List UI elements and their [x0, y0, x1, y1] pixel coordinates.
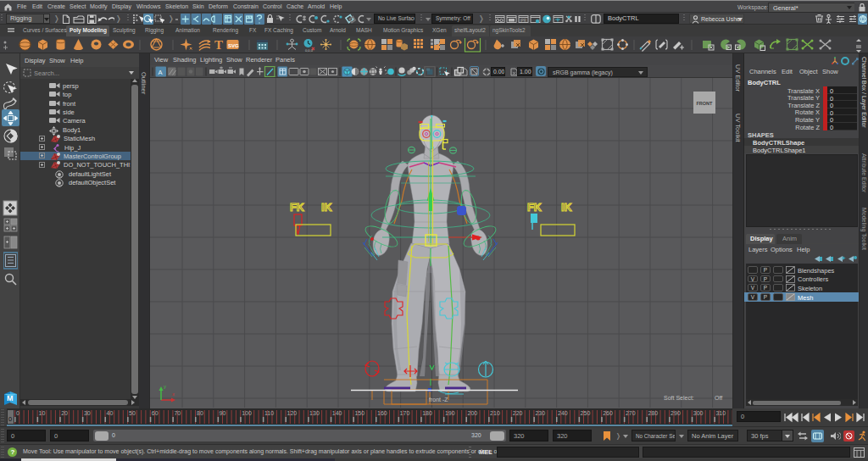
svg-text:300: 300	[693, 410, 704, 416]
svg-text:IK: IK	[321, 202, 332, 214]
svg-text:80: 80	[197, 410, 203, 416]
svg-text:180: 180	[422, 410, 432, 416]
svg-text:10: 10	[39, 410, 46, 416]
svg-text:310: 310	[715, 410, 726, 416]
svg-text:Off: Off	[715, 395, 722, 401]
svg-text:120: 120	[287, 410, 298, 416]
svg-text:290: 290	[670, 410, 681, 416]
svg-text:260: 260	[603, 410, 613, 416]
svg-text:50: 50	[129, 410, 136, 416]
svg-text:160: 160	[377, 410, 387, 416]
svg-text:IPR: IPR	[520, 19, 527, 23]
svg-text:220: 220	[513, 410, 523, 416]
svg-text:SVG: SVG	[228, 43, 239, 48]
svg-text:T: T	[214, 38, 223, 52]
svg-text:70: 70	[174, 410, 181, 416]
svg-text:240: 240	[558, 410, 568, 416]
svg-text:130: 130	[309, 410, 320, 416]
svg-text:y: y	[164, 384, 166, 389]
svg-text:280: 280	[648, 410, 659, 416]
svg-text:170: 170	[400, 410, 410, 416]
svg-text:M: M	[7, 394, 14, 403]
svg-text:150: 150	[354, 410, 364, 416]
svg-text:0: 0	[16, 410, 19, 416]
svg-text:210: 210	[490, 410, 500, 416]
svg-text:Soft Select:: Soft Select:	[664, 395, 694, 401]
svg-text:FK: FK	[290, 202, 304, 214]
svg-text:40: 40	[107, 410, 114, 416]
svg-text:front -Z: front -Z	[429, 397, 448, 403]
svg-text:250: 250	[581, 410, 591, 416]
svg-text:110: 110	[264, 410, 274, 416]
svg-text:230: 230	[535, 410, 545, 416]
svg-text:A: A	[159, 69, 163, 76]
svg-text:FK: FK	[527, 202, 542, 214]
svg-text:60: 60	[152, 410, 159, 416]
svg-text:x: x	[172, 392, 175, 397]
svg-text:90: 90	[220, 410, 226, 416]
svg-text:190: 190	[445, 410, 455, 416]
svg-text:IK: IK	[561, 202, 572, 214]
svg-text:200: 200	[468, 410, 478, 416]
svg-text:20: 20	[61, 410, 68, 416]
svg-text:0,0,0: 0,0,0	[305, 48, 314, 53]
svg-text:270: 270	[626, 410, 636, 416]
svg-text:0: 0	[8, 415, 12, 423]
svg-text:140: 140	[332, 410, 342, 416]
svg-text:100: 100	[242, 410, 252, 416]
svg-text:30: 30	[84, 410, 91, 416]
svg-text:FRONT: FRONT	[697, 101, 714, 106]
